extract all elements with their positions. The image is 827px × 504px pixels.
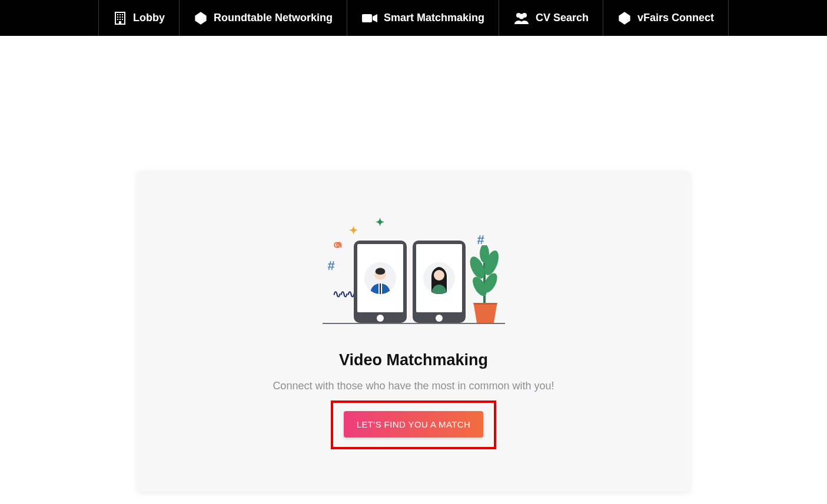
svg-rect-1 [117, 14, 118, 15]
nav-item-cv-search[interactable]: CV Search [499, 0, 603, 36]
svg-rect-15 [362, 14, 372, 22]
svg-rect-3 [122, 14, 123, 15]
nav-label: Roundtable Networking [214, 12, 333, 24]
svg-rect-7 [117, 19, 118, 20]
find-match-button[interactable]: LET'S FIND YOU A MATCH [344, 411, 484, 438]
nav-label: Smart Matchmaking [384, 12, 484, 24]
wave-icon: ∿∿∿ [333, 288, 354, 301]
star-icon: ✦ [376, 216, 384, 229]
svg-rect-26 [380, 283, 381, 294]
svg-rect-6 [122, 16, 123, 18]
svg-marker-16 [373, 14, 377, 22]
polyhedron-icon [194, 11, 208, 25]
illustration: ✦ ✦ ෧ # # ∿∿∿ [320, 218, 508, 324]
nav-item-vfairs-connect[interactable]: vFairs Connect [603, 0, 729, 36]
phone-illustration [354, 241, 407, 323]
video-camera-icon [361, 11, 378, 25]
svg-rect-9 [122, 19, 123, 20]
svg-rect-2 [119, 14, 121, 15]
nav-label: Lobby [133, 12, 165, 24]
nav-label: vFairs Connect [637, 12, 714, 24]
nav-item-roundtable[interactable]: Roundtable Networking [180, 0, 347, 36]
plant-pot-icon [471, 303, 500, 323]
squiggle-icon: ෧ [334, 239, 344, 252]
svg-rect-5 [119, 16, 121, 18]
card-subtitle: Connect with those who have the most in … [273, 380, 554, 392]
nav-label: CV Search [536, 12, 589, 24]
hash-icon: # [328, 258, 335, 273]
polyhedron-icon [617, 11, 632, 25]
avatar-woman-icon [423, 262, 455, 294]
page-body: ✦ ✦ ෧ # # ∿∿∿ [0, 36, 827, 492]
star-icon: ✦ [349, 224, 358, 237]
nav-item-matchmaking[interactable]: Smart Matchmaking [347, 0, 499, 36]
top-nav: Lobby Roundtable Networking Smart Matchm… [0, 0, 827, 36]
svg-point-19 [519, 14, 524, 19]
card-title: Video Matchmaking [339, 351, 488, 369]
plant-icon [467, 245, 502, 304]
svg-point-27 [434, 270, 444, 281]
users-icon [513, 11, 530, 25]
nav-item-lobby[interactable]: Lobby [98, 0, 180, 36]
phone-illustration [413, 241, 466, 323]
avatar-man-icon [364, 262, 396, 294]
building-icon [113, 11, 127, 25]
svg-rect-4 [117, 16, 118, 18]
svg-rect-10 [119, 21, 121, 24]
svg-rect-8 [119, 19, 121, 20]
highlight-frame: LET'S FIND YOU A MATCH [331, 400, 497, 449]
matchmaking-card: ✦ ✦ ෧ # # ∿∿∿ [137, 171, 690, 492]
